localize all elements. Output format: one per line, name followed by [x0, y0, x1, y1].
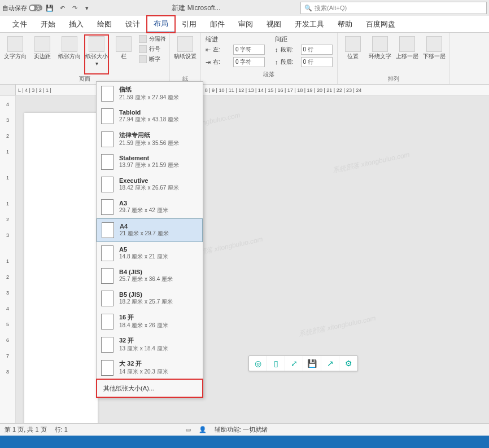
paper-size-option[interactable]: 法律专用纸 21.59 厘米 x 35.56 厘米: [97, 128, 203, 151]
tab-review[interactable]: 审阅: [232, 16, 260, 33]
paper-option-dim: 14.8 厘米 x 21 厘米: [119, 253, 168, 261]
tab-insert[interactable]: 插入: [62, 16, 90, 33]
ft-mobile-icon[interactable]: ▯: [267, 356, 285, 371]
tab-help[interactable]: 帮助: [331, 16, 359, 33]
orientation-button[interactable]: 纸张方向: [58, 35, 81, 74]
tab-layout[interactable]: 布局: [147, 16, 175, 33]
undo-icon[interactable]: ↶: [57, 3, 67, 13]
paper-size-option[interactable]: A5 14.8 厘米 x 21 厘米: [97, 242, 203, 265]
paper-size-option[interactable]: A4 21 厘米 x 29.7 厘米: [97, 218, 203, 242]
chevron-down-icon: ▾: [95, 60, 98, 67]
paper-size-option[interactable]: 16 开 18.4 厘米 x 26 厘米: [97, 310, 203, 333]
paper-thumb-icon: [101, 291, 113, 306]
watermark: 系统部落 xitongbuluo.com: [298, 314, 377, 339]
spacing-heading: 间距: [275, 35, 333, 43]
paper-size-option[interactable]: 32 开 13 厘米 x 18.4 厘米: [97, 333, 203, 356]
paper-size-option[interactable]: Executive 18.42 厘米 x 26.67 厘米: [97, 173, 203, 196]
more-paper-sizes[interactable]: 其他纸张大小(A)...: [97, 379, 203, 397]
paper-thumb-icon: [101, 360, 113, 376]
tab-references[interactable]: 引用: [175, 16, 203, 33]
draft-paper-button[interactable]: 稿纸设置: [173, 35, 197, 74]
ft-settings-icon[interactable]: ⚙: [339, 356, 357, 371]
space-before-input[interactable]: 0 行: [301, 45, 333, 55]
tab-mail[interactable]: 邮件: [203, 16, 232, 33]
save-icon[interactable]: 💾: [45, 3, 55, 13]
tab-file[interactable]: 文件: [6, 16, 34, 33]
hyphenation-button[interactable]: 断字: [139, 55, 166, 63]
indent-right-input[interactable]: 0 字符: [233, 57, 265, 67]
paper-size-dropdown: 信纸 21.59 厘米 x 27.94 厘米 Tabloid 27.94 厘米 …: [96, 81, 203, 398]
vertical-ruler[interactable]: 4321112312345678: [0, 96, 16, 436]
paper-size-option[interactable]: Tabloid 27.94 厘米 x 43.18 厘米: [97, 105, 203, 128]
qat-dropdown-icon[interactable]: ▾: [82, 3, 92, 13]
ft-search-icon[interactable]: ◎: [249, 356, 267, 371]
paper-option-dim: 21.59 厘米 x 35.56 厘米: [119, 139, 179, 147]
tab-design[interactable]: 设计: [119, 16, 147, 33]
paper-size-option[interactable]: B5 (JIS) 18.2 厘米 x 25.7 厘米: [97, 287, 203, 310]
hruler-left: L | 4 | 3 | 2 | 1 |: [18, 87, 51, 93]
send-backward-button[interactable]: 下移一层: [422, 35, 446, 74]
paper-size-option[interactable]: Statement 13.97 厘米 x 21.59 厘米: [97, 151, 203, 173]
text-direction-button[interactable]: 文字方向: [3, 35, 27, 74]
status-line[interactable]: 行: 1: [55, 425, 68, 434]
line-numbers-button[interactable]: 行号: [139, 45, 166, 53]
arrange-group-label: 排列: [341, 75, 446, 83]
watermark: 系统部落 xitongbuluo.com: [332, 150, 411, 175]
columns-button[interactable]: 栏: [112, 35, 136, 74]
breaks-icon: [139, 35, 147, 43]
space-after-input[interactable]: 0 行: [301, 57, 333, 67]
ft-share-icon[interactable]: ↗: [321, 356, 339, 371]
paper-size-option[interactable]: 信纸 21.59 厘米 x 27.94 厘米: [97, 82, 203, 105]
autosave-toggle[interactable]: 自动保存 关: [2, 4, 42, 12]
group-draft: 稿纸设置 纸: [170, 33, 201, 84]
paper-option-name: A4: [120, 223, 169, 230]
tab-draw[interactable]: 绘图: [90, 16, 119, 33]
status-page[interactable]: 第 1 页, 共 1 页: [5, 425, 47, 434]
paper-option-name: A5: [119, 246, 168, 253]
paper-thumb-icon: [101, 177, 113, 192]
text-direction-icon: [7, 36, 23, 52]
document-title: 新建 Microsoft...: [92, 3, 300, 13]
bring-icon: [399, 36, 415, 52]
indent-left-input[interactable]: 0 字符: [233, 45, 265, 55]
paper-option-name: A3: [119, 200, 168, 207]
paper-size-option[interactable]: A3 29.7 厘米 x 42 厘米: [97, 196, 203, 218]
paper-thumb-icon: [101, 86, 113, 102]
floating-toolbar: ◎ ▯ ⤢ 💾 ↗ ⚙: [248, 355, 358, 371]
redo-icon[interactable]: ↷: [69, 3, 80, 13]
position-button[interactable]: 位置: [341, 35, 365, 74]
margins-button[interactable]: 页边距: [30, 35, 54, 74]
paper-thumb-icon: [101, 268, 113, 284]
paper-option-name: 16 开: [119, 313, 168, 322]
paper-option-dim: 25.7 厘米 x 36.4 厘米: [119, 275, 173, 283]
paper-option-name: 大 32 开: [119, 359, 168, 368]
ft-expand-icon[interactable]: ⤢: [285, 356, 303, 371]
wrap-text-button[interactable]: 环绕文字: [368, 35, 392, 74]
tab-dev[interactable]: 开发工具: [288, 16, 331, 33]
paper-thumb-icon: [102, 222, 114, 238]
paper-size-button[interactable]: 纸张大小▾: [85, 35, 108, 74]
focus-mode-icon[interactable]: ▭: [185, 426, 191, 433]
paper-thumb-icon: [101, 108, 113, 124]
tab-view[interactable]: 视图: [260, 16, 288, 33]
paper-option-name: Executive: [119, 177, 179, 184]
ft-save-icon[interactable]: 💾: [303, 356, 321, 371]
columns-icon: [116, 36, 132, 52]
paper-option-dim: 18.4 厘米 x 26 厘米: [119, 322, 168, 330]
paper-thumb-icon: [101, 245, 113, 261]
space-after-icon: ↕: [275, 59, 278, 65]
lines-icon: [139, 45, 147, 53]
breaks-button[interactable]: 分隔符: [139, 35, 166, 43]
status-a11y[interactable]: 辅助功能: 一切就绪: [215, 425, 268, 434]
paper-option-name: B5 (JIS): [119, 291, 173, 298]
tab-home[interactable]: 开始: [34, 16, 62, 33]
document-page[interactable]: [24, 113, 98, 429]
bring-forward-button[interactable]: 上移一层: [395, 35, 419, 74]
paper-size-option[interactable]: B4 (JIS) 25.7 厘米 x 36.4 厘米: [97, 265, 203, 287]
search-input[interactable]: 🔍 搜索(Alt+Q): [300, 2, 487, 14]
tab-baidu[interactable]: 百度网盘: [359, 16, 402, 33]
paper-thumb-icon: [101, 154, 113, 170]
title-bar: 自动保存 关 💾 ↶ ↷ ▾ 新建 Microsoft... 🔍 搜索(Alt+…: [0, 0, 489, 16]
draft-icon: [177, 36, 193, 52]
paper-size-option[interactable]: 大 32 开 14 厘米 x 20.3 厘米: [97, 356, 203, 379]
